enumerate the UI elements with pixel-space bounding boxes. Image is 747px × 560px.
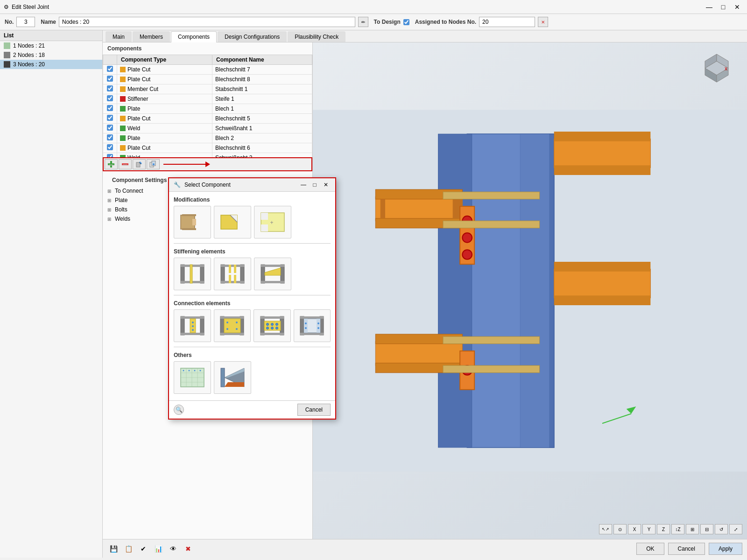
- dialog-maximize-button[interactable]: □: [310, 181, 319, 189]
- comp-base-plate[interactable]: [174, 361, 211, 394]
- maximize-button[interactable]: □: [717, 2, 729, 12]
- apply-button[interactable]: Apply: [709, 543, 742, 555]
- save-as-icon-button[interactable]: 📋: [122, 543, 134, 555]
- comp-checkbox-8[interactable]: [107, 144, 113, 150]
- svg-marker-77: [265, 268, 281, 275]
- to-design-checkbox[interactable]: [403, 19, 409, 25]
- view-ctrl-2[interactable]: ⊙: [613, 524, 627, 534]
- comp-name-text-4: Blech 1: [215, 105, 234, 112]
- component-row-1[interactable]: Plate Cut Blechschnitt 8: [103, 75, 312, 84]
- list-item-3[interactable]: 3 Nodes : 20: [0, 60, 102, 69]
- dialog-search-button[interactable]: 🔍: [174, 405, 184, 415]
- comp-bolted-end[interactable]: [294, 309, 331, 342]
- close-button[interactable]: ✕: [731, 2, 743, 12]
- component-row-4[interactable]: Plate Blech 1: [103, 104, 312, 114]
- view-ctrl-10[interactable]: ⤢: [729, 524, 742, 534]
- comp-stiffener-frame[interactable]: [214, 258, 251, 290]
- duplicate-component-button[interactable]: [147, 159, 160, 169]
- comp-checkbox-1[interactable]: [107, 76, 113, 82]
- view-ctrl-1[interactable]: ↖↗: [599, 524, 612, 534]
- svg-rect-37: [443, 192, 540, 199]
- no-input[interactable]: [16, 17, 35, 27]
- component-row-0[interactable]: Plate Cut Blechschnitt 7: [103, 65, 312, 75]
- ok-button[interactable]: OK: [636, 543, 664, 555]
- comp-checkbox-3[interactable]: [107, 95, 113, 101]
- cancel-button[interactable]: Cancel: [668, 543, 705, 555]
- comp-stiffener-half[interactable]: [254, 258, 291, 290]
- row-check-4[interactable]: [103, 104, 117, 114]
- dialog-close-button[interactable]: ✕: [321, 181, 331, 189]
- list-item-1[interactable]: 1 Nodes : 21: [0, 41, 102, 50]
- row-check-5[interactable]: [103, 114, 117, 124]
- assigned-clear-button[interactable]: ✕: [538, 17, 548, 27]
- delete-icon-button[interactable]: ✖: [182, 543, 194, 555]
- comp-checkbox-2[interactable]: [107, 85, 113, 91]
- tab-main[interactable]: Main: [106, 31, 132, 42]
- name-input[interactable]: [59, 17, 355, 27]
- comp-bolted-cover[interactable]: [254, 309, 291, 342]
- comp-end-plate[interactable]: [214, 309, 251, 342]
- svg-rect-76: [261, 281, 284, 283]
- comp-stiffener-full[interactable]: [174, 258, 211, 290]
- list-item-2[interactable]: 2 Nodes : 18: [0, 50, 102, 60]
- orientation-cube[interactable]: x: [700, 52, 733, 86]
- comp-haunch[interactable]: [214, 361, 251, 394]
- comp-diagonal-cut[interactable]: [214, 206, 251, 238]
- comp-plate-mod[interactable]: [174, 206, 211, 238]
- view-ctrl-3[interactable]: X: [628, 524, 641, 534]
- comp-fin-plate[interactable]: [174, 309, 211, 342]
- row-check-2[interactable]: [103, 84, 117, 94]
- row-check-0[interactable]: [103, 65, 117, 75]
- comp-checkbox-4[interactable]: [107, 105, 113, 111]
- results-icon-button[interactable]: 📊: [152, 543, 164, 555]
- view-ctrl-9[interactable]: ↺: [715, 524, 728, 534]
- component-row-8[interactable]: Plate Cut Blechschnitt 6: [103, 143, 312, 153]
- view-ctrl-4[interactable]: Y: [642, 524, 655, 534]
- save-icon-button[interactable]: 💾: [107, 543, 120, 555]
- view-ctrl-6[interactable]: ↕Z: [671, 524, 684, 534]
- comp-checkbox-7[interactable]: [107, 134, 113, 140]
- comp-checkbox-0[interactable]: [107, 66, 113, 72]
- comp-notch[interactable]: +: [254, 206, 291, 238]
- svg-rect-39: [443, 336, 540, 344]
- comp-checkbox-5[interactable]: [107, 115, 113, 121]
- row-check-7[interactable]: [103, 133, 117, 143]
- edit-name-button[interactable]: ✏: [358, 17, 368, 27]
- view-ctrl-8[interactable]: ⊟: [700, 524, 713, 534]
- component-row-6[interactable]: Weld Schweißnaht 1: [103, 124, 312, 133]
- view-icon-button[interactable]: 👁: [167, 543, 179, 555]
- minimize-button[interactable]: —: [703, 2, 715, 12]
- svg-rect-51: [182, 214, 196, 216]
- svg-rect-52: [182, 228, 196, 230]
- expand-to-connect-icon: ⊞: [107, 189, 113, 194]
- settings-welds-label: Welds: [115, 216, 130, 222]
- view-ctrl-7[interactable]: ⊞: [686, 524, 699, 534]
- comp-checkbox-9[interactable]: [107, 154, 113, 157]
- row-check-9[interactable]: [103, 153, 117, 158]
- comp-checkbox-6[interactable]: [107, 125, 113, 131]
- row-check-8[interactable]: [103, 143, 117, 153]
- check-icon-button[interactable]: ✔: [137, 543, 149, 555]
- edit-component-button[interactable]: [133, 159, 146, 169]
- row-check-1[interactable]: [103, 75, 117, 84]
- component-row-7[interactable]: Plate Blech 2: [103, 133, 312, 143]
- tab-design-config[interactable]: Design Configurations: [218, 31, 287, 42]
- tab-plausibility[interactable]: Plausibility Check: [288, 31, 345, 42]
- remove-component-button[interactable]: [119, 159, 132, 169]
- component-row-9[interactable]: Weld Schweißnaht 2: [103, 153, 312, 158]
- row-check-6[interactable]: [103, 124, 117, 133]
- tab-members[interactable]: Members: [133, 31, 170, 42]
- add-component-button[interactable]: [105, 159, 118, 169]
- to-design-label: To Design: [374, 19, 401, 25]
- assigned-input[interactable]: [479, 17, 535, 27]
- component-row-3[interactable]: Stiffener Steife 1: [103, 94, 312, 104]
- comp-name-text-7: Blech 2: [215, 135, 234, 141]
- component-row-5[interactable]: Plate Cut Blechschnitt 5: [103, 114, 312, 124]
- component-row-2[interactable]: Member Cut Stabschnitt 1: [103, 84, 312, 94]
- dialog-cancel-button[interactable]: Cancel: [297, 404, 331, 416]
- tab-components[interactable]: Components: [171, 31, 217, 42]
- view-ctrl-5[interactable]: Z: [657, 524, 670, 534]
- dialog-minimize-button[interactable]: —: [299, 181, 308, 189]
- svg-rect-40: [443, 365, 540, 373]
- row-check-3[interactable]: [103, 94, 117, 104]
